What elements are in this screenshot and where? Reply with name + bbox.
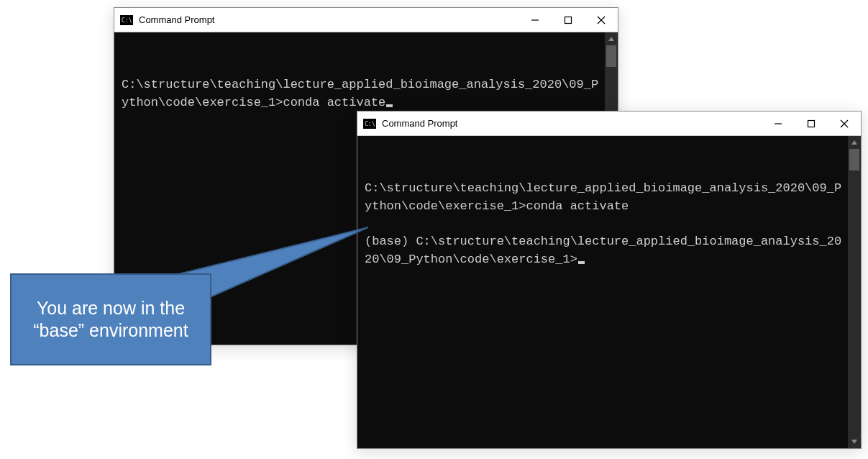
text-cursor xyxy=(578,261,585,264)
cmd-icon: C:\ xyxy=(363,118,376,129)
close-button[interactable] xyxy=(585,8,618,32)
cmd-icon: C:\ xyxy=(120,14,133,26)
maximize-button[interactable] xyxy=(552,8,585,32)
vertical-scrollbar[interactable] xyxy=(848,136,861,448)
titlebar[interactable]: C:\ Command Prompt xyxy=(114,8,618,32)
window-title: Command Prompt xyxy=(139,14,214,25)
console-output: C:\structure\teaching\lecture_applied_bi… xyxy=(357,136,848,448)
svg-text:C:\: C:\ xyxy=(365,121,375,127)
scroll-up-arrow[interactable] xyxy=(848,136,861,149)
svg-marker-14 xyxy=(851,140,857,145)
console-text-content: C:\structure\teaching\lecture_applied_bi… xyxy=(122,78,598,109)
scroll-track[interactable] xyxy=(848,149,861,435)
window-title: Command Prompt xyxy=(382,118,457,129)
scroll-thumb[interactable] xyxy=(849,149,859,171)
text-cursor xyxy=(386,104,393,107)
minimize-button[interactable] xyxy=(762,112,795,136)
console-area[interactable]: C:\structure\teaching\lecture_applied_bi… xyxy=(357,136,861,448)
minimize-button[interactable] xyxy=(518,8,552,32)
titlebar[interactable]: C:\ Command Prompt xyxy=(357,112,861,136)
maximize-button[interactable] xyxy=(795,112,828,136)
scroll-up-arrow[interactable] xyxy=(605,32,618,45)
callout-text: You are now in the “base” environment xyxy=(22,297,200,342)
svg-rect-3 xyxy=(565,17,572,23)
svg-text:C:\: C:\ xyxy=(122,17,132,24)
svg-rect-11 xyxy=(808,120,815,127)
close-button[interactable] xyxy=(828,112,861,136)
console-text-content: C:\structure\teaching\lecture_applied_bi… xyxy=(365,181,841,266)
svg-marker-15 xyxy=(851,440,857,444)
annotation-callout: You are now in the “base” environment xyxy=(10,273,211,365)
scroll-down-arrow[interactable] xyxy=(848,435,861,448)
command-prompt-window-2: C:\ Command Prompt C:\structure\teaching… xyxy=(357,111,862,449)
scroll-thumb[interactable] xyxy=(606,45,616,67)
svg-marker-6 xyxy=(608,37,614,41)
